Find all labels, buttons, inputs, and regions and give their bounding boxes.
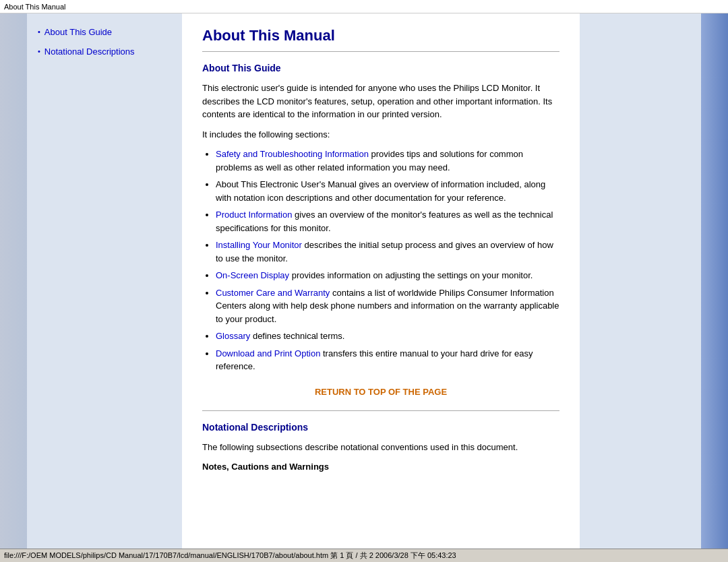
list-item-osd-text: provides information on adjusting the se… [289, 270, 533, 280]
title-bar: About This Manual [0, 0, 728, 13]
list-item-customer: Customer Care and Warranty contains a li… [216, 286, 559, 326]
list-item-osd: On-Screen Display provides information o… [216, 269, 559, 282]
link-osd[interactable]: On-Screen Display [216, 270, 289, 280]
sidebar-link-notational[interactable]: Notational Descriptions [44, 46, 135, 57]
right-gray-panel [610, 13, 701, 549]
link-installing[interactable]: Installing Your Monitor [216, 240, 302, 250]
content-page: About This Manual About This Guide This … [182, 13, 580, 549]
para-notational: The following subsections describe notat… [202, 441, 559, 454]
sidebar-item-about-guide[interactable]: • About This Guide [38, 27, 145, 37]
list-item-electronic: About This Electronic User's Manual give… [216, 178, 559, 204]
return-to-top-link[interactable]: RETURN TO TOP OF THE PAGE [202, 387, 559, 397]
section-title-notational: Notational Descriptions [202, 422, 559, 433]
notes-cautions-title: Notes, Cautions and Warnings [202, 460, 559, 474]
link-safety[interactable]: Safety and Troubleshooting Information [216, 149, 369, 159]
main-layout: • About This Guide • Notational Descript… [0, 13, 728, 549]
sidebar-link-about-guide[interactable]: About This Guide [44, 27, 112, 37]
list-item-download: Download and Print Option transfers this… [216, 347, 559, 373]
divider-middle [202, 410, 559, 411]
link-download[interactable]: Download and Print Option [216, 348, 320, 358]
para-intro-2: It includes the following sections: [202, 128, 559, 142]
link-customer[interactable]: Customer Care and Warranty [216, 288, 330, 298]
right-blue-panel [701, 13, 728, 549]
list-item-glossary-text: defines technical terms. [250, 331, 344, 341]
list-item-product: Product Information gives an overview of… [216, 208, 559, 235]
list-item-installing: Installing Your Monitor describes the in… [216, 239, 559, 265]
sidebar: • About This Guide • Notational Descript… [27, 13, 152, 549]
left-accent-bar [0, 13, 27, 549]
page-title: About This Manual [202, 27, 559, 44]
para-intro-1: This electronic user's guide is intended… [202, 82, 559, 121]
list-item-electronic-text: About This Electronic User's Manual give… [216, 179, 545, 203]
bullet-icon: • [38, 47, 40, 55]
divider-top [202, 51, 559, 52]
title-bar-text: About This Manual [4, 3, 66, 11]
status-bar: file:///F:/OEM MODELS/philips/CD Manual/… [0, 549, 728, 562]
bullet-icon: • [38, 28, 40, 36]
content-wrapper: About This Manual About This Guide This … [152, 13, 610, 549]
status-bar-text: file:///F:/OEM MODELS/philips/CD Manual/… [4, 551, 456, 561]
link-product[interactable]: Product Information [216, 210, 292, 220]
section-title-about-guide: About This Guide [202, 63, 559, 73]
list-item-safety: Safety and Troubleshooting Information p… [216, 148, 559, 174]
list-item-glossary: Glossary defines technical terms. [216, 330, 559, 343]
right-panels [610, 13, 728, 549]
link-glossary[interactable]: Glossary [216, 331, 250, 341]
sidebar-item-notational[interactable]: • Notational Descriptions [38, 46, 145, 57]
section-list: Safety and Troubleshooting Information p… [216, 148, 559, 373]
